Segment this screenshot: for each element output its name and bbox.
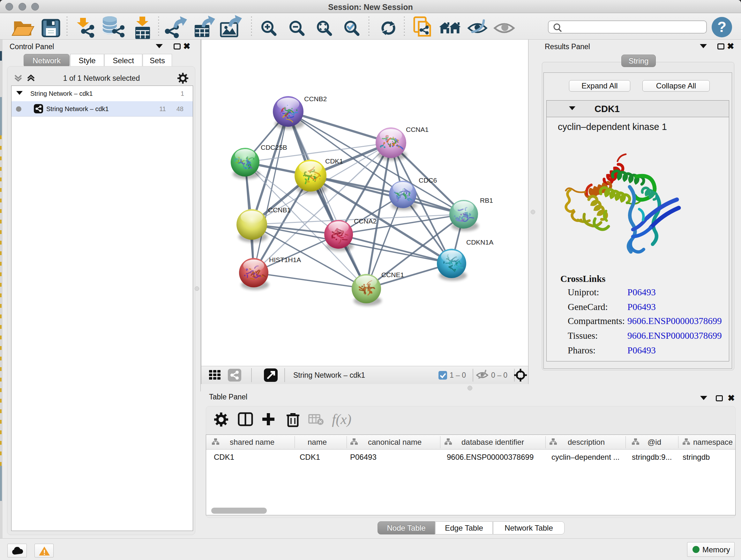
svg-text:CDK1: CDK1 xyxy=(325,158,343,165)
svg-text:1 – 0: 1 – 0 xyxy=(450,371,466,379)
svg-text:CCNA2: CCNA2 xyxy=(354,217,377,225)
svg-text:CCNA1: CCNA1 xyxy=(406,126,428,133)
svg-text:f(x): f(x) xyxy=(332,412,351,427)
svg-text:CDKN1A: CDKN1A xyxy=(466,239,493,246)
svg-text:CDC25B: CDC25B xyxy=(261,144,287,151)
svg-text:CCNE1: CCNE1 xyxy=(381,271,404,278)
svg-text:0 – 0: 0 – 0 xyxy=(491,371,508,379)
svg-text:CDC6: CDC6 xyxy=(419,177,437,184)
svg-text:CCNB2: CCNB2 xyxy=(304,95,327,103)
svg-text:String Network – cdk1: String Network – cdk1 xyxy=(293,371,365,379)
svg-text:RB1: RB1 xyxy=(480,197,493,204)
svg-text:CCNB1: CCNB1 xyxy=(268,206,291,213)
svg-text:HIST1H1A: HIST1H1A xyxy=(269,256,301,263)
